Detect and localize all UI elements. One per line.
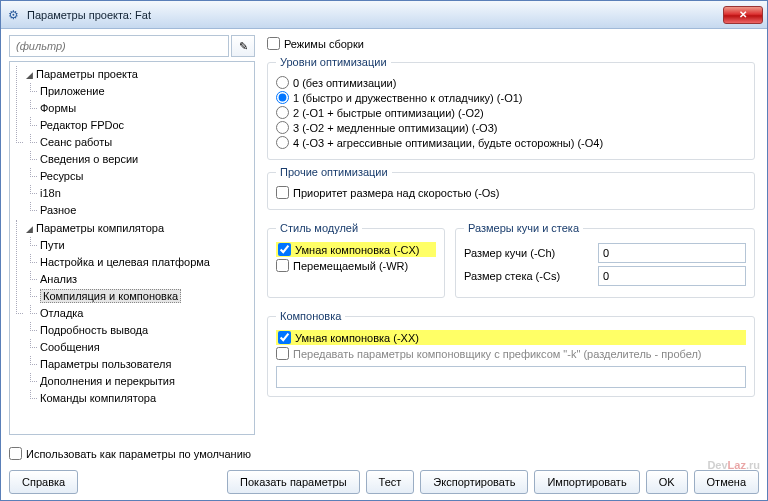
opt-2-radio[interactable] [276, 106, 289, 119]
filter-input[interactable] [9, 35, 229, 57]
relocatable-checkbox[interactable] [276, 259, 289, 272]
pass-linker-checkbox[interactable] [276, 347, 289, 360]
stack-size-label: Размер стека (-Cs) [464, 270, 592, 282]
close-button[interactable]: ✕ [723, 6, 763, 24]
tree-item[interactable]: Формы [26, 100, 252, 117]
tree-item[interactable]: Параметры пользователя [26, 356, 252, 373]
cancel-button[interactable]: Отмена [694, 470, 759, 494]
other-opt-group: Прочие оптимизации Приоритет размера над… [267, 166, 755, 210]
tree-item-selected[interactable]: Компиляция и компоновка [26, 288, 252, 305]
tree-item[interactable]: Редактор FPDoc [26, 117, 252, 134]
unit-style-group: Стиль модулей Умная компоновка (-CX) Пер… [267, 222, 445, 298]
heap-stack-group: Размеры кучи и стека Размер кучи (-Ch) Р… [455, 222, 755, 298]
titlebar: ⚙ Параметры проекта: Fat ✕ [1, 1, 767, 29]
opt-4-radio[interactable] [276, 136, 289, 149]
stack-size-input[interactable] [598, 266, 746, 286]
tree-item[interactable]: Настройка и целевая платформа [26, 254, 252, 271]
tree-item[interactable]: i18n [26, 185, 252, 202]
category-tree[interactable]: Параметры проекта Приложение Формы Редак… [9, 61, 255, 435]
clear-filter-button[interactable]: ✎ [231, 35, 255, 57]
tree-item[interactable]: Разное [26, 202, 252, 219]
tree-item[interactable]: Анализ [26, 271, 252, 288]
tree-item[interactable]: Дополнения и перекрытия [26, 373, 252, 390]
use-as-default-checkbox[interactable] [9, 447, 22, 460]
help-button[interactable]: Справка [9, 470, 78, 494]
export-button[interactable]: Экспортировать [420, 470, 528, 494]
tree-item[interactable]: Подробность вывода [26, 322, 252, 339]
tree-item[interactable]: Приложение [26, 83, 252, 100]
window-title: Параметры проекта: Fat [27, 9, 723, 21]
size-priority-checkbox[interactable] [276, 186, 289, 199]
test-button[interactable]: Тест [366, 470, 415, 494]
app-icon: ⚙ [5, 7, 21, 23]
tree-group[interactable]: Параметры проекта Приложение Формы Редак… [12, 66, 252, 220]
opt-1-radio[interactable] [276, 91, 289, 104]
tree-item[interactable]: Сеанс работы [26, 134, 252, 151]
opt-levels-group: Уровни оптимизации 0 (без оптимизации) 1… [267, 56, 755, 160]
heap-legend: Размеры кучи и стека [464, 222, 583, 234]
opt-3-radio[interactable] [276, 121, 289, 134]
tree-item[interactable]: Сообщения [26, 339, 252, 356]
tree-item[interactable]: Команды компилятора [26, 390, 252, 407]
build-modes-label: Режимы сборки [284, 38, 364, 50]
tree-item[interactable]: Отладка [26, 305, 252, 322]
opt-legend: Уровни оптимизации [276, 56, 391, 68]
link-legend: Компоновка [276, 310, 345, 322]
ok-button[interactable]: OK [646, 470, 688, 494]
linking-group: Компоновка Умная компоновка (-XX) Переда… [267, 310, 755, 397]
brush-icon: ✎ [239, 40, 248, 53]
smart-link-xx-checkbox[interactable] [278, 331, 291, 344]
opt-0-radio[interactable] [276, 76, 289, 89]
import-button[interactable]: Импортировать [534, 470, 639, 494]
show-params-button[interactable]: Показать параметры [227, 470, 360, 494]
smart-link-cx-checkbox[interactable] [278, 243, 291, 256]
tree-group[interactable]: Параметры компилятора Пути Настройка и ц… [12, 220, 252, 408]
tree-item[interactable]: Ресурсы [26, 168, 252, 185]
heap-size-label: Размер кучи (-Ch) [464, 247, 592, 259]
other-legend: Прочие оптимизации [276, 166, 392, 178]
heap-size-input[interactable] [598, 243, 746, 263]
build-modes-checkbox[interactable] [267, 37, 280, 50]
unit-legend: Стиль модулей [276, 222, 362, 234]
linker-options-input[interactable] [276, 366, 746, 388]
tree-item[interactable]: Пути [26, 237, 252, 254]
tree-item[interactable]: Сведения о версии [26, 151, 252, 168]
